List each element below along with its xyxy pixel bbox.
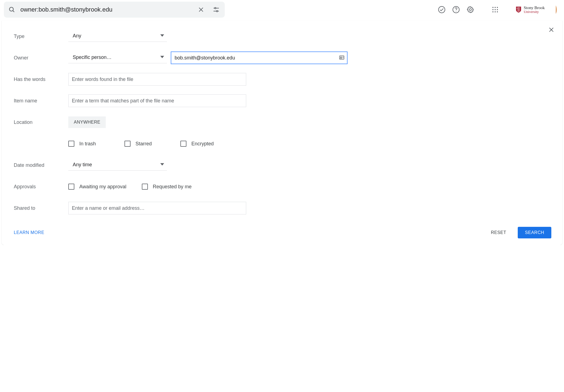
svg-point-10: [456, 11, 456, 12]
date-modified-value: Any time: [73, 162, 92, 168]
university-shield-icon: [516, 6, 522, 13]
encrypted-label: Encrypted: [191, 141, 214, 147]
svg-point-11: [469, 9, 471, 10]
header-bar: Stony Brook University: [0, 0, 564, 20]
checkbox-icon: [68, 184, 74, 190]
svg-point-25: [340, 56, 341, 58]
starred-label: Starred: [135, 141, 152, 147]
svg-point-19: [495, 11, 496, 12]
settings-icon[interactable]: [467, 6, 474, 13]
item-name-label: Item name: [14, 98, 68, 104]
item-name-input[interactable]: [68, 94, 246, 107]
search-bar: [4, 2, 225, 18]
checkbox-icon: [180, 141, 186, 147]
svg-point-6: [215, 7, 216, 9]
svg-point-15: [492, 9, 494, 10]
offline-ready-icon[interactable]: [438, 6, 446, 13]
svg-point-16: [495, 9, 496, 10]
awaiting-approval-checkbox[interactable]: Awaiting my approval: [68, 184, 126, 190]
approvals-label: Approvals: [14, 184, 68, 190]
svg-point-21: [517, 8, 517, 9]
avatar[interactable]: [552, 5, 557, 15]
requested-by-me-label: Requested by me: [153, 184, 192, 190]
type-value: Any: [73, 33, 81, 39]
has-words-label: Has the words: [14, 77, 68, 82]
caret-down-icon: [160, 162, 164, 167]
in-trash-checkbox[interactable]: In trash: [68, 141, 96, 147]
in-trash-label: In trash: [79, 141, 96, 147]
close-panel-icon[interactable]: [548, 26, 555, 33]
caret-down-icon: [160, 34, 164, 38]
checkbox-icon: [142, 184, 148, 190]
learn-more-link[interactable]: LEARN MORE: [14, 230, 44, 235]
svg-line-1: [13, 10, 14, 12]
owner-dropdown[interactable]: Specific person…: [68, 52, 167, 63]
search-input[interactable]: [20, 6, 196, 13]
clear-search-icon[interactable]: [196, 5, 206, 15]
brand-badge[interactable]: Stony Brook University: [513, 4, 547, 15]
awaiting-approval-label: Awaiting my approval: [79, 184, 126, 190]
help-icon[interactable]: [452, 6, 460, 13]
checkbox-icon: [68, 141, 74, 147]
svg-point-13: [495, 7, 496, 8]
type-dropdown[interactable]: Any: [68, 31, 167, 42]
svg-point-0: [9, 7, 13, 11]
date-modified-dropdown[interactable]: Any time: [68, 160, 167, 171]
header-icons: Stony Brook University: [438, 4, 561, 15]
search-options-icon[interactable]: [211, 4, 221, 15]
brand-line2: University: [524, 10, 545, 13]
starred-checkbox[interactable]: Starred: [124, 141, 152, 147]
location-label: Location: [14, 119, 68, 125]
location-chip[interactable]: ANYWHERE: [68, 116, 106, 128]
encrypted-checkbox[interactable]: Encrypted: [180, 141, 214, 147]
requested-by-me-checkbox[interactable]: Requested by me: [142, 184, 192, 190]
shared-to-label: Shared to: [14, 205, 68, 211]
search-icon: [8, 6, 15, 13]
owner-label: Owner: [14, 55, 68, 61]
caret-down-icon: [160, 55, 164, 60]
advanced-search-panel: Type Any Owner Specific person… Has the …: [2, 20, 562, 245]
owner-email-field-wrap: [171, 51, 348, 64]
type-label: Type: [14, 34, 68, 39]
contacts-icon[interactable]: [339, 55, 345, 61]
reset-button[interactable]: RESET: [484, 227, 513, 238]
svg-point-20: [497, 11, 498, 12]
apps-grid-icon[interactable]: [492, 6, 498, 13]
brand-line1: Stony Brook: [524, 6, 545, 10]
svg-point-12: [492, 7, 494, 8]
svg-point-7: [216, 10, 218, 12]
has-words-input[interactable]: [68, 73, 246, 86]
date-modified-label: Date modified: [14, 162, 68, 168]
search-button[interactable]: SEARCH: [518, 227, 551, 238]
checkbox-icon: [124, 141, 131, 147]
svg-point-14: [497, 7, 498, 8]
owner-email-field[interactable]: [175, 55, 339, 61]
svg-point-18: [492, 11, 494, 12]
svg-point-8: [438, 6, 445, 13]
shared-to-input[interactable]: [68, 202, 246, 214]
owner-value: Specific person…: [73, 55, 112, 60]
svg-point-17: [497, 9, 498, 10]
